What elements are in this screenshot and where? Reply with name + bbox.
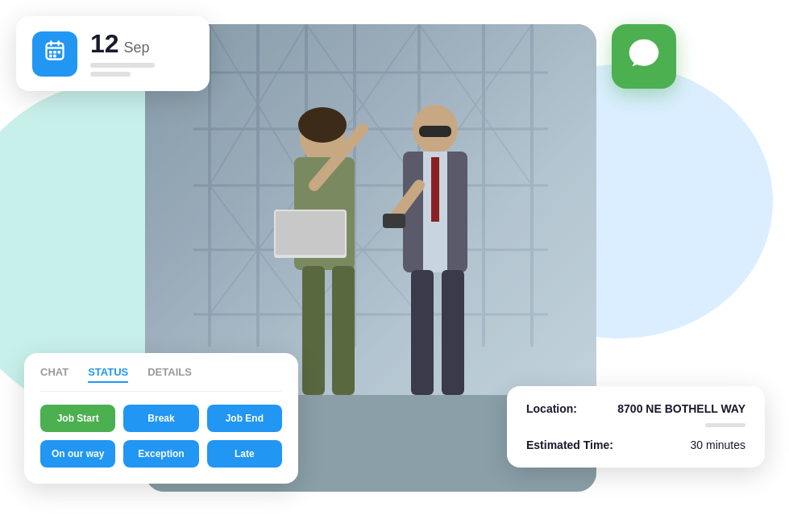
location-label: Location: bbox=[526, 402, 577, 415]
estimated-time-value: 30 minutes bbox=[691, 438, 745, 451]
estimated-time-row: Estimated Time: 30 minutes bbox=[526, 438, 745, 451]
svg-rect-46 bbox=[53, 51, 56, 54]
tab-chat[interactable]: CHAT bbox=[40, 366, 69, 383]
btn-job-start[interactable]: Job Start bbox=[40, 405, 115, 432]
calendar-line-2 bbox=[90, 72, 131, 77]
location-info-card: Location: 8700 NE BOTHELL WAY Estimated … bbox=[507, 386, 765, 468]
svg-rect-31 bbox=[332, 266, 355, 395]
location-row: Location: 8700 NE BOTHELL WAY bbox=[526, 402, 745, 415]
calendar-icon bbox=[44, 39, 66, 68]
btn-late[interactable]: Late bbox=[207, 440, 282, 468]
tab-status[interactable]: STATUS bbox=[88, 366, 128, 383]
svg-rect-36 bbox=[431, 157, 439, 222]
btn-exception[interactable]: Exception bbox=[123, 440, 198, 468]
calendar-icon-box bbox=[32, 31, 77, 77]
status-buttons-grid: Job Start Break Job End On our way Excep… bbox=[40, 405, 282, 468]
location-divider-line bbox=[705, 423, 745, 427]
svg-rect-28 bbox=[276, 211, 345, 255]
status-panel-card: CHAT STATUS DETAILS Job Start Break Job … bbox=[24, 353, 298, 484]
calendar-month: Sep bbox=[124, 39, 150, 56]
calendar-line-1 bbox=[90, 63, 155, 68]
svg-rect-48 bbox=[49, 55, 52, 58]
calendar-day: 12 bbox=[90, 31, 119, 56]
location-value: 8700 NE BOTHELL WAY bbox=[617, 402, 745, 415]
svg-rect-40 bbox=[442, 270, 464, 395]
svg-rect-30 bbox=[302, 266, 325, 395]
chat-icon-card[interactable] bbox=[612, 24, 676, 89]
calendar-info: 12 Sep bbox=[90, 31, 193, 77]
svg-point-25 bbox=[298, 107, 347, 143]
btn-on-our-way[interactable]: On our way bbox=[40, 440, 115, 468]
calendar-card: 12 Sep bbox=[16, 16, 210, 91]
svg-rect-38 bbox=[383, 214, 405, 228]
btn-break[interactable]: Break bbox=[123, 405, 198, 432]
status-tabs: CHAT STATUS DETAILS bbox=[40, 366, 282, 392]
chat-bubble-icon bbox=[626, 36, 662, 77]
btn-job-end[interactable]: Job End bbox=[207, 405, 282, 432]
estimated-time-label: Estimated Time: bbox=[526, 438, 613, 451]
tab-details[interactable]: DETAILS bbox=[147, 366, 192, 383]
svg-rect-49 bbox=[53, 55, 56, 58]
svg-rect-33 bbox=[419, 126, 451, 137]
svg-rect-47 bbox=[58, 51, 61, 54]
svg-rect-45 bbox=[49, 51, 52, 54]
svg-rect-39 bbox=[411, 270, 434, 395]
